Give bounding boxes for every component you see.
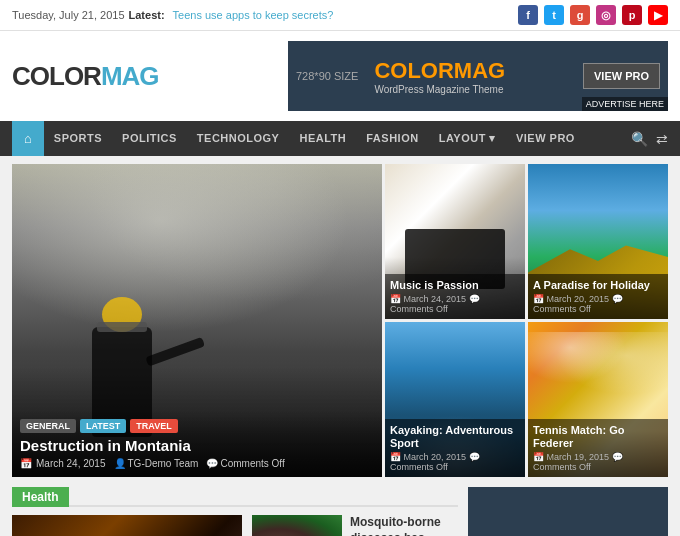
hero-holiday-meta: 📅 March 20, 2015 💬 Comments Off — [533, 294, 663, 314]
hero-tennis-meta: 📅 March 19, 2015 💬 Comments Off — [533, 452, 663, 472]
pinterest-icon[interactable]: p — [622, 5, 642, 25]
hero-main-article[interactable]: General Latest Travel Destruction in Mon… — [12, 164, 382, 477]
tag-latest: Latest — [80, 419, 126, 433]
nav-viewpro[interactable]: VIEW PRO — [506, 122, 585, 155]
hero-music-title: Music is Passion — [390, 279, 520, 292]
sidebar-ad-banner: COLORMAG WordPress Magazine Theme VIEW P… — [468, 487, 668, 536]
ad-size: 728*90 SIZE — [288, 62, 366, 90]
hero-holiday-overlay: A Paradise for Holiday 📅 March 20, 2015 … — [528, 274, 668, 319]
hero-music-article[interactable]: Music is Passion 📅 March 24, 2015 💬 Comm… — [385, 164, 525, 319]
nav-technology[interactable]: TECHNOLOGY — [187, 122, 290, 155]
coffee-article[interactable]: Drinks Food Health Coffee is health food… — [12, 515, 242, 536]
nav-home-button[interactable]: ⌂ — [12, 121, 44, 156]
hero-main-meta: 📅March 24, 2015 👤 TG-Demo Team 💬 Comment… — [20, 458, 374, 469]
navigation: ⌂ SPORTS POLITICS TECHNOLOGY HEALTH FASH… — [0, 121, 680, 156]
hero-main-title: Destruction in Montania — [20, 437, 374, 454]
home-icon: ⌂ — [24, 131, 32, 146]
hero-kayak-title: Kayaking: Adventurous Sport — [390, 424, 520, 450]
hero-holiday-title: A Paradise for Holiday — [533, 279, 663, 292]
hero-holiday-article[interactable]: A Paradise for Holiday 📅 March 20, 2015 … — [528, 164, 668, 319]
hero-tennis-article[interactable]: Tennis Match: Go Federer 📅 March 19, 201… — [528, 322, 668, 477]
hero-kayak-overlay: Kayaking: Adventurous Sport 📅 March 20, … — [385, 419, 525, 477]
hero-date: 📅March 24, 2015 — [20, 458, 106, 469]
health-label: Health — [12, 487, 69, 507]
nav-health[interactable]: HEALTH — [289, 122, 356, 155]
health-content-grid: Drinks Food Health Coffee is health food… — [12, 515, 458, 536]
nav-politics[interactable]: POLITICS — [112, 122, 187, 155]
hero-comments: 💬 Comments Off — [206, 458, 284, 469]
mosquito-image — [252, 515, 342, 536]
twitter-icon[interactable]: t — [544, 5, 564, 25]
ad-brand-subtitle: WordPress Magazine Theme — [374, 84, 575, 95]
youtube-icon[interactable]: ▶ — [648, 5, 668, 25]
main-content: General Latest Travel Destruction in Mon… — [0, 156, 680, 536]
hero-music-overlay: Music is Passion 📅 March 24, 2015 💬 Comm… — [385, 274, 525, 319]
mosquito-article-content: Mosquito-borne diseases has threaten Wor… — [350, 515, 458, 536]
nav-layout[interactable]: LAYOUT ▾ — [429, 122, 506, 155]
instagram-icon[interactable]: ◎ — [596, 5, 616, 25]
date: Tuesday, July 21, 2015 — [12, 9, 125, 21]
hero-tags: General Latest Travel — [20, 419, 374, 433]
header: COLORMAG 728*90 SIZE COLORMAG WordPress … — [0, 31, 680, 121]
hero-main-overlay: General Latest Travel Destruction in Mon… — [12, 411, 382, 477]
logo-part2: MAG — [101, 61, 159, 91]
nav-fashion[interactable]: FASHION — [356, 122, 428, 155]
hero-kayak-article[interactable]: Kayaking: Adventurous Sport 📅 March 20, … — [385, 322, 525, 477]
ad-viewpro-button[interactable]: VIEW PRO — [583, 63, 660, 89]
coffee-image — [12, 515, 242, 536]
facebook-icon[interactable]: f — [518, 5, 538, 25]
hero-tennis-title: Tennis Match: Go Federer — [533, 424, 663, 450]
hero-kayak-meta: 📅 March 20, 2015 💬 Comments Off — [390, 452, 520, 472]
hero-music-meta: 📅 March 24, 2015 💬 Comments Off — [390, 294, 520, 314]
logo-part1: COLOR — [12, 61, 101, 91]
googleplus-icon[interactable]: g — [570, 5, 590, 25]
nav-menu: SPORTS POLITICS TECHNOLOGY HEALTH FASHIO… — [44, 122, 585, 155]
search-icon[interactable]: 🔍 — [631, 131, 648, 147]
health-article-mosquito[interactable]: Mosquito-borne diseases has threaten Wor… — [252, 515, 458, 536]
latest-link[interactable]: Teens use apps to keep secrets? — [173, 9, 334, 21]
social-icons: f t g ◎ p ▶ — [518, 5, 668, 25]
health-main-content: Health Drinks Food — [12, 487, 458, 536]
header-ad-banner: 728*90 SIZE COLORMAG WordPress Magazine … — [288, 41, 668, 111]
ad-advertise-label: ADVERTISE HERE — [582, 97, 668, 111]
hero-grid: General Latest Travel Destruction in Mon… — [12, 164, 668, 477]
ad-brand-title: COLORMAG — [374, 58, 575, 84]
shuffle-icon[interactable]: ⇄ — [656, 131, 668, 147]
nav-right-icons: 🔍 ⇄ — [631, 131, 668, 147]
bottom-grid: Health Drinks Food — [12, 487, 668, 536]
hero-tennis-overlay: Tennis Match: Go Federer 📅 March 19, 201… — [528, 419, 668, 477]
hero-author: 👤 TG-Demo Team — [114, 458, 199, 469]
top-bar: Tuesday, July 21, 2015 Latest: Teens use… — [0, 0, 680, 31]
health-section-header: Health — [12, 487, 458, 507]
logo: COLORMAG — [12, 61, 159, 92]
mosquito-title: Mosquito-borne diseases has threaten Wor… — [350, 515, 458, 536]
nav-sports[interactable]: SPORTS — [44, 122, 112, 155]
tag-general: General — [20, 419, 76, 433]
tag-travel: Travel — [130, 419, 177, 433]
latest-label: Latest: — [129, 9, 165, 21]
health-articles-list: Mosquito-borne diseases has threaten Wor… — [252, 515, 458, 536]
ad-brand: COLORMAG WordPress Magazine Theme — [366, 50, 583, 103]
